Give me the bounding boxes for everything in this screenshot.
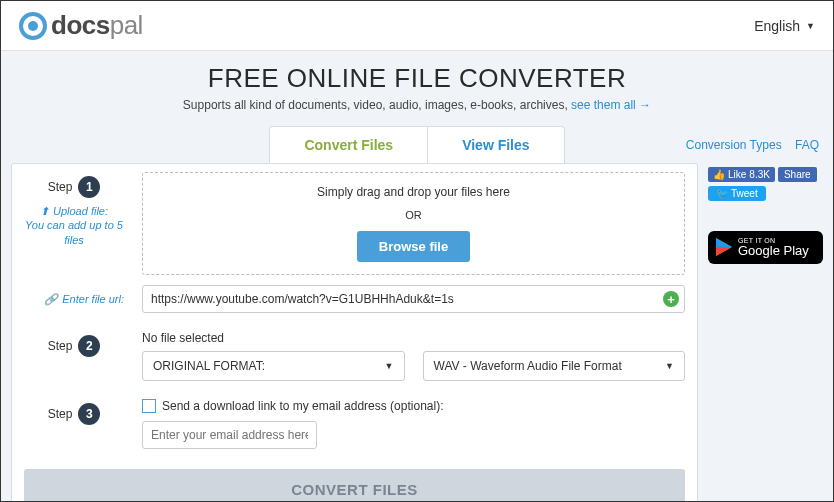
step-2-badge: Step 2 [48,335,101,357]
google-play-badge[interactable]: GET IT ON Google Play [708,231,823,264]
upload-file-label: ⬆Upload file: [40,204,108,218]
sidebar: 👍Like 8.3K Share 🐦Tweet GET IT ON Google… [708,163,823,502]
panel: Step 1 ⬆Upload file: You can add up to 5… [11,163,698,502]
step-3-content: Send a download link to my email address… [142,399,685,449]
logo-text: docspal [51,10,143,41]
url-input[interactable] [142,285,685,313]
step-2-left: Step 2 [24,331,124,357]
play-icon [716,238,732,256]
social-buttons: 👍Like 8.3K Share [708,167,823,182]
twitter-row: 🐦Tweet [708,186,823,201]
format-to-select[interactable]: WAV - Waveform Audio File Format ▼ [423,351,686,381]
brand-pal: pal [110,10,143,40]
email-input[interactable] [142,421,317,449]
see-all-link[interactable]: see them all → [571,98,651,112]
header: docspal English ▼ [1,1,833,51]
tab-view[interactable]: View Files [428,127,563,163]
fb-like-button[interactable]: 👍Like 8.3K [708,167,775,182]
logo[interactable]: docspal [19,10,143,41]
format-from-label: ORIGINAL FORMAT: [153,359,265,373]
step-3-row: Step 3 Send a download link to my email … [24,399,685,449]
language-label: English [754,18,800,34]
upload-hint-text: You can add up to 5 files [24,218,124,247]
subtitle: Supports all kind of documents, video, a… [1,98,833,112]
twitter-icon: 🐦 [716,188,728,199]
upload-icon: ⬆ [40,204,49,218]
email-check-row: Send a download link to my email address… [142,399,685,413]
conversion-types-link[interactable]: Conversion Types [686,138,782,152]
chevron-down-icon: ▼ [665,361,674,371]
add-url-button[interactable]: + [663,291,679,307]
language-selector[interactable]: English ▼ [754,18,815,34]
no-file-text: No file selected [142,331,685,345]
format-from-select[interactable]: ORIGINAL FORMAT: ▼ [142,351,405,381]
email-checkbox[interactable] [142,399,156,413]
upload-hint: ⬆Upload file: You can add up to 5 files [24,204,124,247]
convert-button[interactable]: CONVERT FILES [24,469,685,502]
url-row: 🔗Enter file url: + [24,285,685,313]
fb-share-button[interactable]: Share [778,167,817,182]
email-checkbox-label: Send a download link to my email address… [162,399,443,413]
chevron-down-icon: ▼ [806,21,815,31]
upload-text: Upload file: [53,204,108,218]
link-icon: 🔗 [44,293,58,306]
page-title: FREE ONLINE FILE CONVERTER [1,63,833,94]
faq-link[interactable]: FAQ [795,138,819,152]
step-1-label: Step [48,180,73,194]
tweet-button[interactable]: 🐦Tweet [708,186,766,201]
gplay-text: GET IT ON Google Play [738,237,809,258]
step-3-badge: Step 3 [48,403,101,425]
tweet-label: Tweet [731,188,758,199]
chevron-down-icon: ▼ [385,361,394,371]
step-1-num: 1 [78,176,100,198]
like-label: Like [728,169,746,180]
step-1-row: Step 1 ⬆Upload file: You can add up to 5… [24,172,685,275]
brand-docs: docs [51,10,110,40]
step-3-label: Step [48,407,73,421]
subtitle-text: Supports all kind of documents, video, a… [183,98,571,112]
tab-convert[interactable]: Convert Files [270,127,428,163]
step-3-num: 3 [78,403,100,425]
step-2-label: Step [48,339,73,353]
main: Step 1 ⬆Upload file: You can add up to 5… [1,163,833,502]
tabs: Convert Files View Files [269,126,564,163]
gplay-large: Google Play [738,244,809,258]
or-text: OR [143,209,684,221]
logo-icon [19,12,47,40]
formats-row: ORIGINAL FORMAT: ▼ WAV - Waveform Audio … [142,351,685,381]
right-links: Conversion Types FAQ [676,138,819,152]
drop-zone[interactable]: Simply drag and drop your files here OR … [142,172,685,275]
url-label: 🔗Enter file url: [24,293,124,306]
step-2-num: 2 [78,335,100,357]
drop-text: Simply drag and drop your files here [143,185,684,199]
step-1-badge: Step 1 [48,176,101,198]
step-1-left: Step 1 ⬆Upload file: You can add up to 5… [24,172,124,247]
step-3-left: Step 3 [24,399,124,425]
url-input-wrap: + [142,285,685,313]
tabs-row: Convert Files View Files Conversion Type… [1,126,833,163]
like-count: 8.3K [749,169,770,180]
url-label-text: Enter file url: [62,293,124,305]
format-to-label: WAV - Waveform Audio File Format [434,359,622,373]
step-2-content: No file selected ORIGINAL FORMAT: ▼ WAV … [142,331,685,381]
hero: FREE ONLINE FILE CONVERTER Supports all … [1,51,833,163]
thumb-icon: 👍 [713,169,725,180]
browse-button[interactable]: Browse file [357,231,470,262]
step-2-row: Step 2 No file selected ORIGINAL FORMAT:… [24,331,685,381]
